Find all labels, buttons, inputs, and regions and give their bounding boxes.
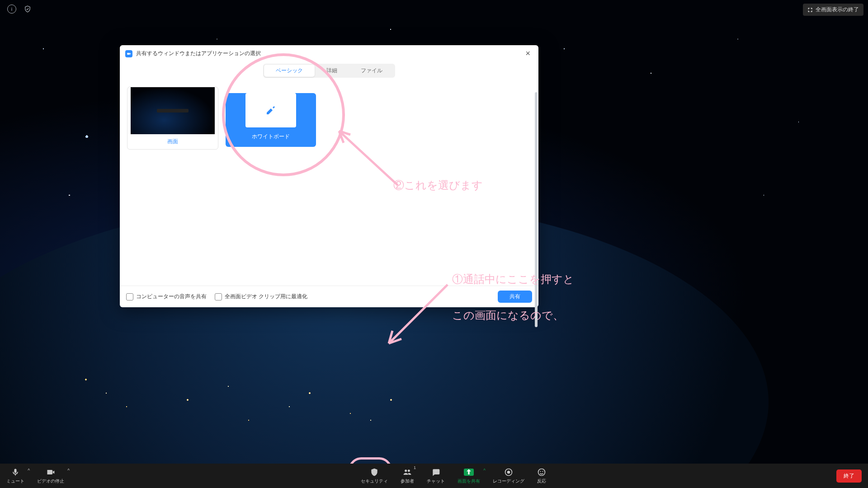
dialog-scrollbar[interactable] (535, 92, 538, 327)
optimize-video-checkbox[interactable]: 全画面ビデオ クリップ用に最適化 (215, 293, 307, 300)
share-button[interactable]: 共有 (498, 291, 532, 303)
share-audio-checkbox[interactable]: コンピューターの音声を共有 (126, 293, 207, 300)
share-dialog: 共有するウィンドウまたはアプリケーションの選択 × ベーシック 詳細 ファイル … (120, 45, 538, 307)
optimize-video-label: 全画面ビデオ クリップ用に最適化 (225, 293, 307, 300)
info-icon[interactable]: i (7, 5, 16, 14)
close-icon[interactable]: × (523, 49, 533, 58)
top-left-controls: i (7, 5, 32, 14)
share-option-screen[interactable]: 画面 (127, 87, 218, 150)
screen-thumbnail (131, 87, 215, 134)
share-option-whiteboard-label: ホワイトボード (226, 129, 316, 144)
share-option-placeholder (323, 87, 414, 148)
tab-advanced[interactable]: 詳細 (315, 65, 349, 77)
tab-file[interactable]: ファイル (349, 65, 394, 77)
share-option-screen-label: 画面 (127, 134, 218, 149)
share-option-whiteboard[interactable]: ホワイトボード (226, 87, 316, 150)
zoom-logo-icon (125, 50, 132, 57)
share-audio-label: コンピューターの音声を共有 (136, 293, 207, 300)
whiteboard-icon (245, 93, 296, 127)
share-tabs: ベーシック 詳細 ファイル (263, 64, 395, 78)
tab-basic[interactable]: ベーシック (264, 65, 315, 77)
shield-check-icon[interactable] (24, 5, 32, 13)
dialog-title: 共有するウィンドウまたはアプリケーションの選択 (136, 50, 261, 57)
